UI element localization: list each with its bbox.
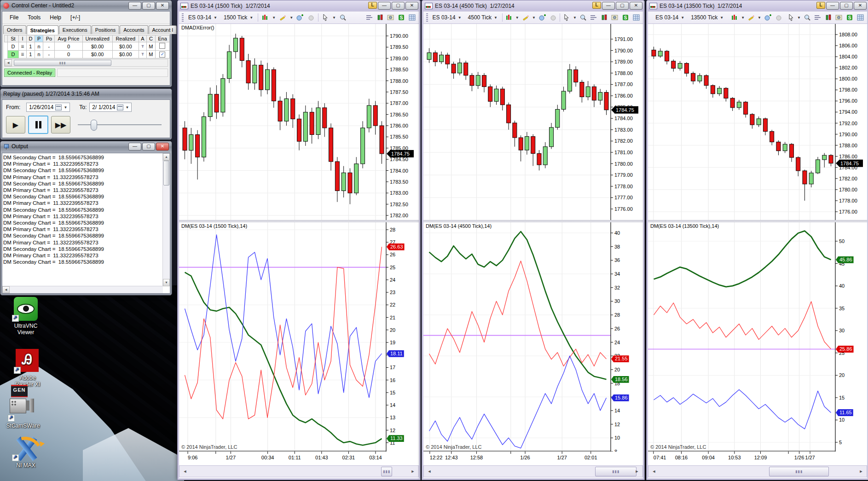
strategies-table[interactable]: StIDPPoAvg PriceUnrealizedRealizedACEnaD… (2, 35, 170, 58)
indicator-panel[interactable]: DM(ES 03-14 (1500 Tick),14) © 2014 Ninja… (179, 222, 419, 452)
chart-style-icon[interactable] (505, 13, 513, 22)
cell[interactable]: D (8, 51, 19, 58)
chevron-down-icon[interactable]: ▼ (532, 16, 536, 20)
column-header-p[interactable]: P (35, 35, 43, 42)
column-header-st[interactable]: St (8, 35, 19, 42)
cell[interactable]: 1 (27, 42, 35, 51)
draw-pencil-icon[interactable] (278, 13, 287, 22)
chevron-down-icon[interactable]: ▼ (272, 16, 276, 20)
chevron-down-icon[interactable]: ▼ (289, 16, 293, 20)
remove-indicator-icon[interactable] (307, 13, 315, 22)
desktop-icon-ultravnc[interactable]: UltraVNCViewer (4, 297, 48, 336)
desktop-icon-ni-max[interactable]: NI MAX (4, 436, 48, 469)
chart-titlebar[interactable]: ES 03-14 (13500 Tick) 1/27/2014 L — ▢ ✕ (647, 0, 868, 11)
scroll-left-arrow-icon[interactable]: ◄ (649, 467, 659, 476)
instrument-selector[interactable]: ES 03-14▼ (654, 13, 686, 22)
to-date-field[interactable]: 2/ 1/2014 ▼ (89, 103, 132, 112)
chart-titlebar[interactable]: ES 03-14 (1500 Tick) 1/27/2014 L — ▢ ✕ (178, 0, 420, 11)
cell[interactable]: n (35, 42, 43, 51)
tab-positions[interactable]: Positions (92, 25, 120, 34)
cell[interactable]: $0.00 (82, 51, 112, 58)
candlestick-chart[interactable]: 1791.001790.001789.001788.001787.001786.… (423, 24, 643, 220)
toolbar-grip[interactable] (426, 13, 428, 22)
scrollbar-thumb[interactable]: ▮▮▮ (769, 467, 829, 476)
chevron-down-icon[interactable]: ▼ (741, 16, 745, 20)
maximize-button[interactable]: ▢ (392, 2, 405, 10)
instrument-selector[interactable]: ES 03-14▼ (186, 13, 219, 22)
cell[interactable]: M (146, 42, 155, 51)
column-header-avg price[interactable]: Avg Price (55, 35, 82, 42)
desktop-icon-stcamsware[interactable]: StCamSWare (0, 394, 46, 429)
column-header-po[interactable]: Po (43, 35, 55, 42)
add-indicator-icon[interactable] (764, 13, 772, 22)
output-log[interactable]: DM Seconday Chart = 18.5596675368899DM P… (3, 154, 162, 286)
add-indicator-icon[interactable] (296, 13, 304, 22)
scrollbar-thumb[interactable]: ▮▮▮ (14, 60, 111, 66)
toolbar-grip[interactable] (182, 13, 184, 22)
column-header-i[interactable]: I (18, 35, 26, 42)
interval-selector[interactable]: 13500 Tick▼ (689, 13, 725, 22)
output-vertical-scrollbar[interactable]: ▲ ▼ (162, 153, 170, 286)
play-button[interactable]: ▶ (6, 116, 25, 133)
link-button[interactable]: L (368, 2, 377, 9)
pause-button[interactable] (28, 116, 48, 134)
fast-forward-button[interactable]: ▶▶ (51, 116, 70, 133)
scroll-left-arrow-icon[interactable]: ◄ (425, 467, 434, 476)
enabled-checkbox[interactable]: ✓ (159, 52, 165, 58)
maximize-button[interactable]: ▢ (840, 2, 853, 10)
menu-file[interactable]: File (6, 13, 22, 22)
cell[interactable]: - (43, 42, 55, 51)
price-panel[interactable]: 1808.001806.001804.001802.001800.001798.… (648, 24, 867, 220)
column-header-unrealized[interactable]: Unrealized (82, 35, 112, 42)
indicator-panel[interactable]: DM(ES 03-14 (13500 Tick),14) © 2014 Ninj… (648, 222, 867, 452)
scroll-right-arrow-icon[interactable]: ► (632, 467, 642, 476)
scroll-up-arrow-icon[interactable]: ▲ (163, 153, 170, 161)
data-series-icon[interactable] (365, 13, 374, 22)
strategy-s-icon[interactable]: S (397, 13, 405, 22)
column-header-ena[interactable]: Ena (155, 35, 169, 42)
replay-titlebar[interactable]: Replay (paused) 1/27/2014 3:15:46 AM (0, 89, 172, 99)
scroll-left-arrow-icon[interactable]: ◄ (180, 467, 190, 476)
data-series-icon[interactable] (590, 13, 598, 22)
from-date-field[interactable]: 1/26/2014 ▼ (26, 103, 70, 112)
link-button[interactable]: L (592, 2, 601, 9)
cell[interactable]: n (35, 51, 43, 58)
chart-trader-icon[interactable] (824, 13, 833, 22)
scroll-right-arrow-icon[interactable]: ► (408, 467, 417, 476)
scroll-left-arrow-icon[interactable]: ◄ (5, 59, 12, 66)
close-button[interactable]: ✕ (854, 2, 867, 10)
candlestick-chart[interactable]: 1790.001789.501789.001788.501788.001787.… (179, 24, 419, 220)
minimize-button[interactable]: — (826, 2, 839, 10)
draw-pencil-icon[interactable] (747, 13, 755, 22)
chart-horizontal-scrollbar[interactable]: ◄ ▮▮▮ ► (179, 465, 419, 477)
minimize-button[interactable]: — (128, 2, 141, 10)
chevron-down-icon[interactable]: ▼ (758, 16, 761, 20)
chart-horizontal-scrollbar[interactable]: ◄ ▮▮▮ ► (423, 465, 643, 477)
minimize-button[interactable]: — (128, 143, 141, 151)
maximize-button[interactable]: ▢ (616, 2, 629, 10)
table-horizontal-scrollbar[interactable]: ◄ ▮▮▮ (4, 59, 168, 67)
close-button[interactable]: ✕ (156, 2, 169, 10)
tab-strategies[interactable]: Strategies (27, 25, 58, 35)
cell[interactable]: $0.00 (82, 42, 112, 51)
calendar-icon[interactable] (55, 104, 62, 110)
maximize-button[interactable]: ▢ (142, 143, 155, 151)
remove-indicator-icon[interactable] (775, 13, 782, 22)
output-horizontal-scrollbar[interactable]: ◄ (2, 286, 163, 293)
grid-icon[interactable] (856, 13, 864, 22)
tab-orders[interactable]: Orders (3, 25, 26, 34)
chart-style-icon[interactable] (261, 13, 269, 22)
chevron-down-icon[interactable]: ▼ (125, 105, 129, 110)
indicator-chart[interactable]: 28272625242322212019181716151413121110 (179, 222, 419, 452)
zoom-icon[interactable] (579, 13, 587, 22)
strategy-s-icon[interactable]: S (621, 13, 630, 22)
draw-pencil-icon[interactable] (522, 13, 529, 22)
indicator-panel[interactable]: DM(ES 03-14 (4500 Tick),14) © 2014 Ninja… (423, 222, 643, 452)
cursor-icon[interactable] (563, 13, 570, 22)
menu-plusminus[interactable]: [+/-] (67, 13, 84, 22)
cell[interactable]: Ŧ (139, 51, 146, 58)
chart-trader-icon[interactable] (600, 13, 608, 22)
chevron-down-icon[interactable]: ▼ (573, 16, 577, 20)
interval-selector[interactable]: 1500 Tick▼ (222, 13, 255, 22)
cell[interactable]: 0 (55, 51, 82, 58)
